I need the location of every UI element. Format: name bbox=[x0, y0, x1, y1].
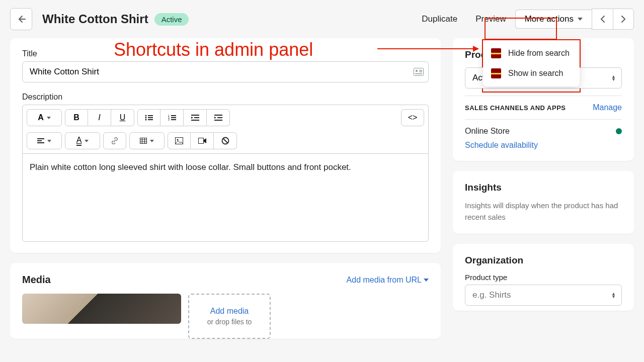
ban-icon bbox=[221, 137, 229, 145]
bullet-list-button[interactable] bbox=[137, 109, 160, 126]
sales-channels-label: SALES CHANNELS AND APPS bbox=[465, 104, 566, 112]
svg-rect-33 bbox=[198, 138, 203, 144]
svg-rect-17 bbox=[191, 115, 199, 116]
bold-button[interactable]: B bbox=[65, 109, 88, 126]
svg-rect-8 bbox=[148, 117, 153, 118]
align-left-icon bbox=[37, 138, 44, 143]
media-thumbnail[interactable] bbox=[22, 294, 181, 324]
product-type-label: Product type bbox=[465, 273, 622, 282]
svg-rect-22 bbox=[214, 120, 222, 121]
rich-text-toolbar: A B I U 123 <> bbox=[22, 105, 429, 153]
media-title: Media bbox=[22, 274, 51, 286]
more-actions-dropdown: Hide from search Show in search bbox=[483, 40, 580, 86]
status-badge: Active bbox=[154, 13, 189, 26]
media-dropzone[interactable]: Add media or drop files to bbox=[188, 294, 271, 339]
chevron-left-icon bbox=[600, 15, 605, 23]
more-actions-button[interactable]: More actions bbox=[515, 10, 592, 29]
dropdown-item-hide-from-search[interactable]: Hide from search bbox=[483, 43, 580, 63]
indent-icon bbox=[214, 115, 222, 121]
svg-rect-12 bbox=[171, 115, 176, 116]
indent-button[interactable] bbox=[207, 109, 230, 126]
svg-point-1 bbox=[416, 70, 418, 72]
status-dot-icon bbox=[616, 128, 622, 134]
svg-line-35 bbox=[223, 139, 227, 143]
svg-rect-18 bbox=[194, 117, 199, 118]
prev-product-button[interactable] bbox=[592, 9, 613, 30]
video-icon bbox=[198, 138, 206, 144]
more-actions-label: More actions bbox=[525, 14, 574, 24]
italic-button[interactable]: I bbox=[88, 109, 111, 126]
video-button[interactable] bbox=[191, 132, 214, 149]
dropdown-item-show-in-search[interactable]: Show in search bbox=[483, 63, 580, 83]
list-ul-icon bbox=[145, 115, 153, 121]
svg-rect-20 bbox=[214, 115, 222, 116]
svg-rect-31 bbox=[176, 138, 183, 144]
online-store-label: Online Store bbox=[465, 127, 510, 136]
svg-rect-23 bbox=[37, 138, 44, 139]
chevron-right-icon bbox=[621, 15, 626, 23]
caret-down-icon bbox=[578, 18, 583, 21]
svg-rect-6 bbox=[148, 115, 153, 116]
add-media-link: Add media bbox=[210, 307, 249, 316]
table-icon bbox=[140, 138, 147, 144]
outdent-icon bbox=[191, 115, 199, 121]
insights-body: Insights will display when the product h… bbox=[465, 200, 622, 223]
page-title: White Cotton Shirt bbox=[42, 12, 148, 26]
svg-rect-2 bbox=[419, 70, 422, 71]
svg-rect-3 bbox=[419, 71, 422, 72]
svg-rect-26 bbox=[140, 138, 147, 144]
svg-point-5 bbox=[145, 115, 147, 117]
svg-point-7 bbox=[145, 117, 147, 119]
add-media-from-url-button[interactable]: Add media from URL bbox=[347, 276, 429, 285]
svg-rect-24 bbox=[37, 140, 42, 141]
align-dropdown[interactable] bbox=[27, 132, 62, 149]
svg-rect-16 bbox=[171, 119, 176, 120]
schedule-availability-link[interactable]: Schedule availability bbox=[465, 141, 538, 150]
text-color-dropdown[interactable]: A bbox=[65, 132, 100, 149]
html-view-button[interactable]: <> bbox=[401, 109, 424, 126]
card-media: Media Add media from URL Add media or dr… bbox=[10, 263, 441, 339]
link-icon bbox=[111, 137, 119, 145]
svg-rect-25 bbox=[37, 142, 44, 143]
select-caret-icon: ▲▼ bbox=[611, 292, 616, 298]
number-list-button[interactable]: 123 bbox=[160, 109, 184, 126]
caret-down-icon bbox=[47, 140, 51, 142]
svg-rect-4 bbox=[415, 73, 422, 74]
media-drop-hint: or drop files to bbox=[207, 318, 252, 326]
svg-rect-10 bbox=[148, 119, 153, 120]
outdent-button[interactable] bbox=[184, 109, 207, 126]
description-editor[interactable]: Plain white cotton long sleeved shirt wi… bbox=[22, 153, 429, 242]
underline-button[interactable]: U bbox=[111, 109, 134, 126]
select-caret-icon: ▲▼ bbox=[611, 75, 616, 81]
annotation-arrow bbox=[377, 48, 478, 49]
back-button[interactable] bbox=[10, 8, 32, 30]
insights-title: Insights bbox=[465, 182, 622, 193]
product-type-input[interactable] bbox=[465, 285, 622, 306]
format-dropdown[interactable]: A bbox=[27, 109, 62, 126]
dropdown-item-label: Hide from search bbox=[508, 49, 570, 58]
duplicate-button[interactable]: Duplicate bbox=[413, 9, 466, 29]
next-product-button[interactable] bbox=[613, 9, 634, 30]
svg-rect-14 bbox=[171, 117, 176, 118]
svg-point-32 bbox=[177, 139, 179, 141]
title-input[interactable] bbox=[22, 61, 429, 82]
card-organization: Organization Product type ▲▼ bbox=[453, 244, 634, 311]
manage-channels-button[interactable]: Manage bbox=[593, 103, 622, 112]
image-button[interactable] bbox=[168, 132, 191, 149]
svg-point-9 bbox=[145, 119, 147, 121]
image-icon bbox=[175, 137, 183, 144]
preview-button[interactable]: Preview bbox=[466, 9, 515, 29]
table-dropdown[interactable] bbox=[129, 132, 165, 149]
svg-text:3: 3 bbox=[168, 118, 170, 121]
clear-format-button[interactable] bbox=[214, 132, 237, 149]
annotation-label: Shortcuts in admin panel bbox=[114, 39, 313, 60]
caret-down-icon bbox=[424, 279, 429, 282]
svg-rect-21 bbox=[217, 117, 222, 118]
app-icon bbox=[491, 68, 501, 78]
arrow-left-icon bbox=[16, 14, 26, 24]
card-title-description: Title Description A B I U bbox=[10, 38, 441, 253]
caret-down-icon bbox=[150, 140, 154, 142]
link-button[interactable] bbox=[103, 132, 126, 149]
dropdown-item-label: Show in search bbox=[508, 69, 563, 78]
app-icon bbox=[491, 48, 501, 58]
